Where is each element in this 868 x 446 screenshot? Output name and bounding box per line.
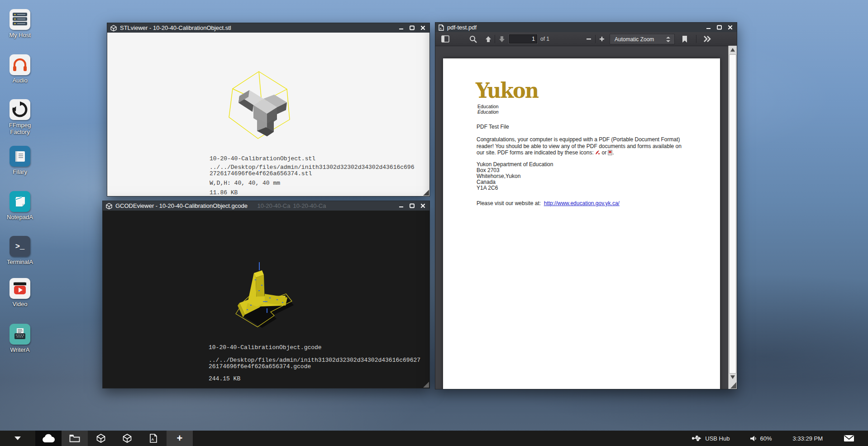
sidebar-toggle-button[interactable] bbox=[439, 34, 452, 44]
pdf-titlebar[interactable]: A pdf-test.pdf bbox=[435, 23, 737, 32]
desktop-icon-label: TerminalA bbox=[2, 259, 38, 265]
bookmark-icon bbox=[682, 36, 687, 43]
yukon-logo: Yukon bbox=[476, 78, 538, 103]
occluded-file-label: 10-20-40-Ca bbox=[289, 202, 330, 209]
taskbar-files-button[interactable] bbox=[35, 431, 62, 446]
toolbar-more-button[interactable] bbox=[700, 34, 715, 44]
svg-text:A: A bbox=[152, 437, 154, 441]
close-button[interactable] bbox=[726, 24, 734, 31]
gcode-path-line2: 26174696f6e4f626a656374.gcode bbox=[209, 363, 311, 370]
taskbar-stlviewer-button[interactable] bbox=[88, 431, 114, 446]
minimize-button[interactable] bbox=[705, 24, 712, 31]
desktop-icon-video[interactable]: Video bbox=[2, 278, 38, 307]
volume-status[interactable]: 60% bbox=[750, 435, 772, 442]
zoom-select[interactable]: Automatic Zoom bbox=[610, 34, 675, 44]
server-icon bbox=[10, 9, 30, 30]
stl-viewer-window: STLviewer - 10-20-40-CalibrationObject.s… bbox=[107, 23, 430, 197]
window-title: pdf-test.pdf bbox=[447, 24, 477, 31]
minimize-button[interactable] bbox=[397, 25, 405, 31]
pdf-toolbar: of 1 Automatic Zoom bbox=[435, 32, 737, 46]
svg-text:A: A bbox=[440, 27, 442, 30]
zoom-in-button[interactable] bbox=[596, 34, 607, 44]
resize-grip[interactable] bbox=[730, 382, 736, 388]
video-player-icon bbox=[10, 278, 30, 299]
website-link[interactable]: http://www.education.gov.yk.ca/ bbox=[544, 200, 620, 206]
gcode-titlebar[interactable]: GCODEviewer - 10-20-40-CalibrationObject… bbox=[103, 201, 429, 211]
scroll-up-icon[interactable] bbox=[730, 48, 735, 52]
pdf-page[interactable]: Yukon Education Éducation PDF Test File … bbox=[443, 58, 720, 389]
previous-page-button[interactable] bbox=[482, 34, 494, 44]
gcode-toolpath-preview bbox=[228, 261, 300, 336]
plus-icon bbox=[599, 36, 605, 42]
pdf-reader-icon bbox=[595, 150, 600, 155]
desktop-icon-label: Audio bbox=[2, 77, 38, 84]
doc-heading: PDF Test File bbox=[477, 124, 509, 130]
bookmark-button[interactable] bbox=[679, 34, 691, 44]
stl-filename: 10-20-40-CalibrationObject.stl bbox=[210, 155, 315, 162]
desktop-icon-my-host[interactable]: My Host bbox=[2, 9, 38, 38]
chevron-down-icon bbox=[14, 436, 21, 440]
taskbar-new-button[interactable]: + bbox=[167, 431, 193, 446]
zoom-out-button[interactable] bbox=[583, 34, 594, 44]
paragraph-line: our site. PDF forms are indicated by the… bbox=[477, 149, 712, 156]
resize-grip[interactable] bbox=[423, 190, 429, 196]
pdf-form-icon bbox=[608, 150, 612, 155]
stl-model-preview bbox=[223, 69, 297, 142]
taskbar-folder-button[interactable] bbox=[62, 431, 88, 446]
speaker-icon bbox=[750, 436, 757, 441]
desktop-icon-writera[interactable]: WriterA bbox=[2, 324, 38, 353]
gcode-filename: 10-20-40-CalibrationObject.gcode bbox=[209, 344, 322, 351]
address-line: Y1A 2C6 bbox=[477, 185, 553, 191]
clock-label: 3:33:29 PM bbox=[793, 435, 823, 442]
maximize-button[interactable] bbox=[408, 203, 415, 209]
usb-label: USB Hub bbox=[705, 435, 730, 442]
gcode-canvas[interactable]: 10-20-40-CalibrationObject.gcode ../../D… bbox=[103, 211, 429, 388]
doc-website-line: Please visit our website at: http://www.… bbox=[477, 200, 620, 207]
maximize-button[interactable] bbox=[408, 25, 415, 31]
book-icon bbox=[10, 146, 30, 167]
maximize-button[interactable] bbox=[715, 24, 723, 31]
terminal-prompt-icon: >_ bbox=[10, 236, 30, 257]
show-desktop-button[interactable] bbox=[0, 431, 35, 446]
resize-grip[interactable] bbox=[423, 382, 429, 388]
stl-dimensions: W,D,H: 40, 40, 40 mm bbox=[210, 180, 280, 187]
notifications-button[interactable] bbox=[844, 435, 854, 442]
page-number-input[interactable] bbox=[509, 34, 537, 43]
sidebar-toggle-icon bbox=[441, 35, 449, 43]
desktop-icon-notepada[interactable]: NotepadA bbox=[2, 191, 38, 221]
cloud-icon bbox=[42, 434, 55, 443]
plus-icon: + bbox=[177, 434, 183, 443]
paragraph-line: reader! You should be able to view any o… bbox=[477, 143, 712, 150]
next-page-button[interactable] bbox=[496, 34, 508, 44]
close-button[interactable] bbox=[419, 25, 426, 31]
cube-icon bbox=[106, 203, 112, 209]
desktop-icon-ffmpeg-factory[interactable]: FFmpeg Factory bbox=[2, 99, 38, 135]
gcode-filesize: 244.15 KB bbox=[209, 375, 240, 382]
minimize-button[interactable] bbox=[397, 203, 405, 209]
scroll-down-icon[interactable] bbox=[730, 375, 735, 379]
desktop-icon-terminala[interactable]: >_ TerminalA bbox=[2, 236, 38, 265]
find-button[interactable] bbox=[467, 34, 479, 44]
desktop-icon-audio[interactable]: Audio bbox=[2, 54, 38, 84]
select-arrows-icon bbox=[666, 37, 670, 42]
search-icon bbox=[469, 35, 477, 43]
taskbar-pdfviewer-button[interactable]: A bbox=[140, 431, 167, 446]
page-count-label: of 1 bbox=[540, 36, 549, 42]
usb-status[interactable]: USB Hub bbox=[692, 435, 730, 442]
clock[interactable]: 3:33:29 PM bbox=[793, 435, 823, 442]
close-button[interactable] bbox=[419, 203, 426, 209]
stl-filesize: 11.86 KB bbox=[210, 189, 238, 196]
scrollbar-thumb[interactable] bbox=[729, 54, 736, 374]
cube-icon bbox=[110, 25, 117, 31]
pdf-viewer-body: of 1 Automatic Zoom Yukon Educati bbox=[435, 32, 737, 389]
arrow-down-icon bbox=[499, 36, 505, 43]
stl-titlebar[interactable]: STLviewer - 10-20-40-CalibrationObject.s… bbox=[107, 23, 429, 33]
stl-canvas[interactable]: 10-20-40-CalibrationObject.stl ../../Des… bbox=[107, 33, 429, 196]
taskbar-gcodeviewer-button[interactable] bbox=[114, 431, 140, 446]
desktop-icon-filary[interactable]: Filary bbox=[2, 146, 38, 175]
desktop-icon-label: Video bbox=[2, 301, 38, 307]
scrollbar[interactable] bbox=[728, 46, 737, 389]
recycle-arrows-icon bbox=[10, 99, 30, 120]
pdf-file-icon: A bbox=[150, 434, 157, 443]
window-title: GCODEviewer - 10-20-40-CalibrationObject… bbox=[115, 202, 248, 209]
